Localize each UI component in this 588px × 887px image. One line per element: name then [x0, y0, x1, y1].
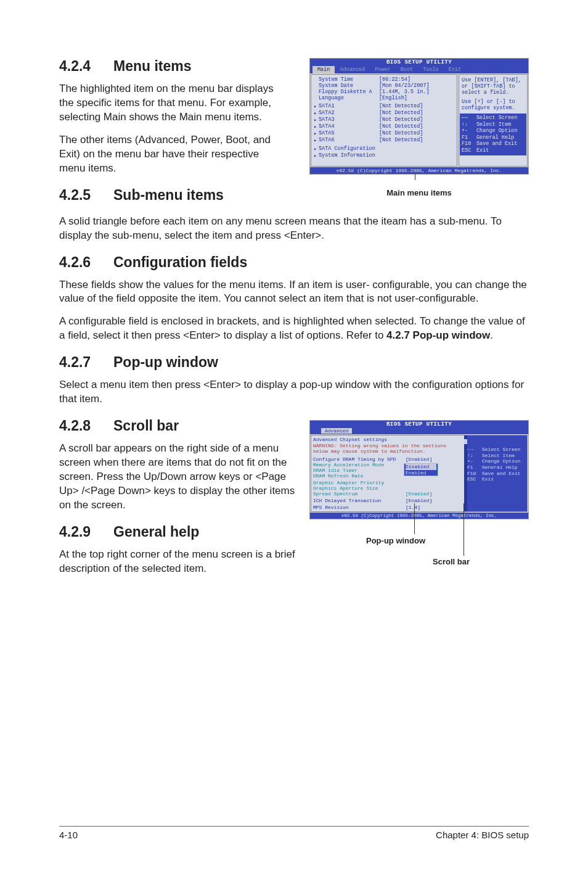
bios2-popup: Disabled Enabled [404, 463, 438, 476]
bios-screenshot-advanced: BIOS SETUP UTILITY Advanced Advanced Chi… [309, 420, 529, 519]
page-number: 4-10 [59, 830, 78, 840]
bios2-title: BIOS SETUP UTILITY [310, 421, 528, 428]
bios2-scrollbar [464, 435, 467, 511]
bios2-main-panel: Advanced Chipset settings WARNING: Setti… [311, 435, 465, 511]
para: A configurable field is enclosed in brac… [59, 315, 529, 343]
bios-menubar: Main Advanced Power Boot Tools Exit [310, 66, 528, 73]
bios-tab-exit: Exit [444, 66, 466, 73]
heading-4-2-9: 4.2.9General help [59, 524, 529, 540]
bios2-tab-advanced: Advanced [321, 428, 352, 434]
bios-tab-main: Main [312, 66, 335, 73]
para: Select a menu item then press <Enter> to… [59, 378, 529, 406]
bios-title: BIOS SETUP UTILITY [310, 59, 528, 66]
chapter-title: Chapter 4: BIOS setup [436, 830, 529, 840]
para: At the top right corner of the menu scre… [59, 548, 306, 576]
para: A solid triangle before each item on any… [59, 215, 529, 243]
para: The other items (Advanced, Power, Boot, … [59, 133, 287, 176]
bios-tab-advanced: Advanced [335, 66, 370, 73]
bios2-keys-panel: ←→Select Screen ↑↓Select Item +-Change O… [465, 435, 527, 511]
bios2-footer: v02.58 (C)Copyright 1985-2005, American … [310, 513, 528, 519]
caption-main-menu-items: Main menu items [309, 188, 529, 197]
bios-tab-boot: Boot [396, 66, 418, 73]
para: These fields show the values for the men… [59, 278, 529, 307]
bios-tab-power: Power [370, 66, 396, 73]
callout-popup-window: Pop-up window [366, 536, 425, 545]
callout-scroll-bar: Scroll bar [433, 557, 470, 566]
bios-tab-tools: Tools [418, 66, 444, 73]
bios-footer: v02.58 (C)Copyright 1985-2005, American … [310, 167, 528, 174]
page-footer: 4-10 Chapter 4: BIOS setup [59, 826, 529, 840]
bios-main-panel: System Time[06:22:54] System Date[Mon 04… [311, 74, 457, 167]
bios-screenshot-main: BIOS SETUP UTILITY Main Advanced Power B… [309, 58, 529, 175]
callout-line [463, 503, 464, 556]
para: The highlighted item on the menu bar dis… [59, 82, 287, 125]
heading-4-2-7: 4.2.7Pop-up window [59, 354, 529, 371]
bios-help-panel: Use [ENTER], [TAB], or [SHIFT-TAB] to se… [459, 74, 528, 167]
heading-4-2-6: 4.2.6Configuration fields [59, 254, 529, 271]
callout-line [414, 503, 415, 534]
para: A scroll bar appears on the right side o… [59, 442, 306, 513]
